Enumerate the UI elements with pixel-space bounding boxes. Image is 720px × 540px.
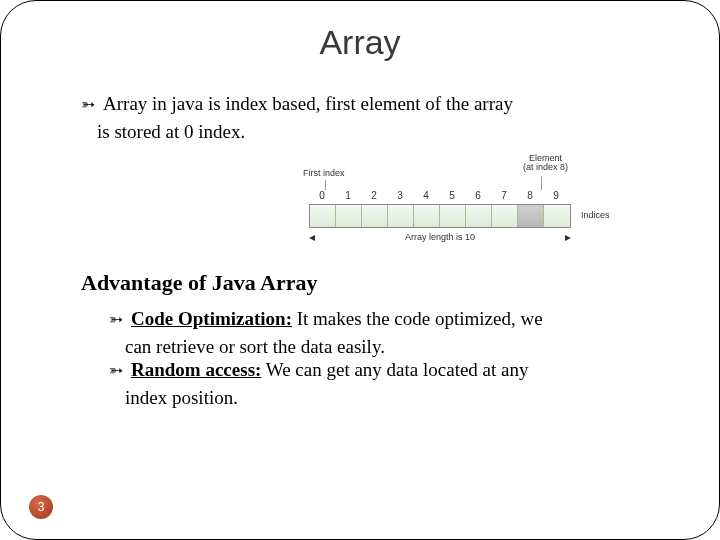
length-row: Array length is 10 xyxy=(309,232,571,243)
arrow-left-icon xyxy=(309,235,315,241)
index-cell: 0 xyxy=(309,190,335,205)
index-cell: 6 xyxy=(465,190,491,205)
element-pointer xyxy=(541,176,542,190)
bullet-intro-line1: Array in java is index based, first elem… xyxy=(103,93,513,114)
adv2-title: Random access: xyxy=(131,359,261,380)
index-cell: 7 xyxy=(491,190,517,205)
adv1-text-b: can retrieve or sort the data easily. xyxy=(109,335,657,359)
advantage-heading: Advantage of Java Array xyxy=(81,269,657,297)
element-label-line2: (at index 8) xyxy=(523,163,568,173)
array-cell xyxy=(310,205,336,227)
adv1-title: Code Optimization: xyxy=(131,308,292,329)
arrow-right-icon xyxy=(565,235,571,241)
content-area: ➳ Array in java is index based, first el… xyxy=(1,72,719,410)
adv2-text-b: index position. xyxy=(109,386,657,410)
slide: Array ➳ Array in java is index based, fi… xyxy=(0,0,720,540)
first-index-label: First index xyxy=(303,168,345,179)
bullet-intro: ➳ Array in java is index based, first el… xyxy=(81,92,657,116)
advantage-item-1: ➳ Code Optimization: It makes the code o… xyxy=(109,307,657,331)
element-label: Element (at index 8) xyxy=(523,154,568,174)
slide-title: Array xyxy=(1,1,719,72)
index-header-row: 0 1 2 3 4 5 6 7 8 9 xyxy=(309,190,611,205)
diagram-labels: First index Element (at index 8) xyxy=(281,154,611,190)
index-cell: 9 xyxy=(543,190,569,205)
index-cell: 5 xyxy=(439,190,465,205)
diagram-column: 0 1 2 3 4 5 6 7 8 9 xyxy=(309,190,611,244)
index-cell: 3 xyxy=(387,190,413,205)
cells-row: Indices xyxy=(309,204,611,228)
array-cells xyxy=(309,204,571,228)
array-cell xyxy=(362,205,388,227)
index-cell: 8 xyxy=(517,190,543,205)
advantage-list: ➳ Code Optimization: It makes the code o… xyxy=(81,307,657,410)
adv1-text-a: It makes the code optimized, we xyxy=(292,308,543,329)
index-cell: 2 xyxy=(361,190,387,205)
first-index-pointer xyxy=(325,180,326,190)
index-cell: 4 xyxy=(413,190,439,205)
adv2-text-a: We can get any data located at any xyxy=(261,359,528,380)
bullet-icon: ➳ xyxy=(81,94,95,115)
bullet-intro-cont: is stored at 0 index. xyxy=(81,120,657,144)
array-cell xyxy=(388,205,414,227)
length-label: Array length is 10 xyxy=(361,232,519,243)
indices-caption: Indices xyxy=(581,210,610,221)
bullet-icon: ➳ xyxy=(109,360,123,381)
array-cell xyxy=(414,205,440,227)
bullet-icon: ➳ xyxy=(109,309,123,330)
array-cell xyxy=(440,205,466,227)
index-cell: 1 xyxy=(335,190,361,205)
array-cell xyxy=(492,205,518,227)
advantage-item-2: ➳ Random access: We can get any data loc… xyxy=(109,358,657,382)
array-cell xyxy=(336,205,362,227)
array-cell xyxy=(466,205,492,227)
page-number-badge: 3 xyxy=(29,495,53,519)
array-diagram: First index Element (at index 8) 0 1 2 3… xyxy=(281,154,611,244)
array-cell xyxy=(544,205,570,227)
array-cell-highlight xyxy=(518,205,544,227)
